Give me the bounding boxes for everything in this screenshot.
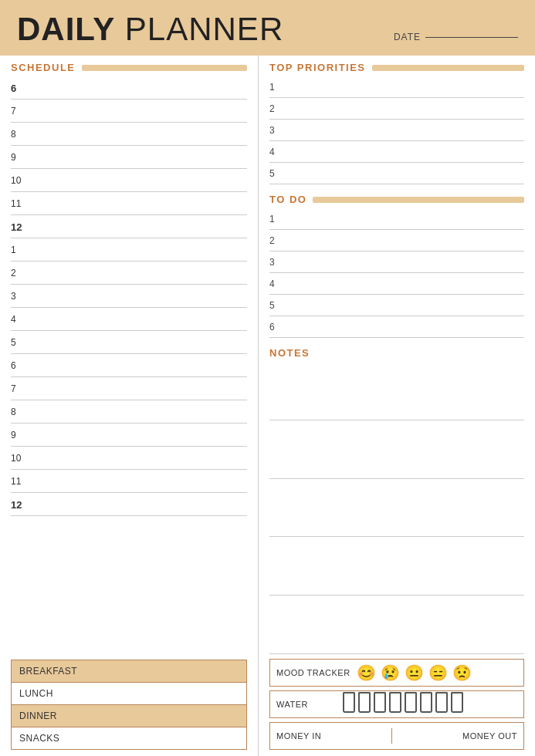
priority-item[interactable]: 1: [269, 76, 524, 98]
schedule-item[interactable]: 5: [11, 331, 247, 354]
schedule-item[interactable]: 11: [11, 470, 247, 493]
schedule-time: 10: [11, 175, 28, 186]
item-number: 1: [269, 214, 279, 224]
priorities-header: TOP PRIORITIES: [259, 56, 535, 76]
priority-item[interactable]: 5: [269, 163, 524, 184]
water-cup[interactable]: [343, 696, 355, 713]
water-cup[interactable]: [405, 696, 417, 713]
schedule-time: 8: [11, 129, 28, 140]
schedule-time: 7: [11, 106, 28, 116]
date-label: DATE: [394, 32, 421, 42]
notes-lines: [259, 362, 535, 654]
schedule-item[interactable]: 4: [11, 308, 247, 331]
schedule-item[interactable]: 2: [11, 262, 247, 285]
schedule-time: 8: [11, 407, 28, 417]
water-cup[interactable]: [389, 696, 401, 713]
meal-row[interactable]: DINNER: [12, 705, 246, 727]
schedule-time: 6: [11, 360, 28, 371]
meal-row[interactable]: SNACKS: [12, 727, 246, 749]
meal-row[interactable]: BREAKFAST: [12, 660, 246, 683]
schedule-item[interactable]: 6: [11, 354, 247, 377]
priorities-list: 12345: [259, 76, 535, 184]
mood-face-icon[interactable]: 😊: [357, 663, 376, 682]
schedule-item[interactable]: 1: [11, 238, 247, 262]
item-number: 6: [269, 322, 279, 332]
schedule-item[interactable]: 3: [11, 285, 247, 308]
notes-line[interactable]: [269, 362, 524, 420]
schedule-time: 2: [11, 268, 28, 278]
todo-item[interactable]: 5: [269, 295, 524, 316]
mood-face-icon[interactable]: 😑: [428, 663, 448, 682]
todo-item[interactable]: 1: [269, 208, 524, 230]
schedule-item[interactable]: 7: [11, 377, 247, 400]
schedule-time: 6: [11, 83, 28, 94]
schedule-time: 11: [11, 198, 28, 209]
mood-face-icon[interactable]: 😢: [381, 663, 400, 682]
priorities-label: TOP PRIORITIES: [269, 62, 366, 73]
schedule-time: 9: [11, 152, 28, 163]
water-cup[interactable]: [420, 696, 432, 713]
mood-face-icon[interactable]: 😟: [452, 663, 472, 682]
todo-bar: [313, 197, 524, 203]
todo-item[interactable]: 4: [269, 273, 524, 295]
schedule-item[interactable]: 6: [11, 76, 247, 100]
priorities-section: TOP PRIORITIES 12345: [259, 56, 535, 187]
date-field[interactable]: DATE: [394, 32, 518, 42]
item-number: 5: [269, 168, 279, 179]
water-cup[interactable]: [451, 696, 463, 713]
todo-label: TO DO: [269, 194, 306, 205]
priority-item[interactable]: 3: [269, 120, 524, 141]
todo-section: TO DO 123456: [259, 187, 535, 341]
item-number: 4: [269, 278, 279, 289]
schedule-item[interactable]: 10: [11, 169, 247, 192]
schedule-item[interactable]: 8: [11, 123, 247, 146]
todo-item[interactable]: 2: [269, 230, 524, 251]
item-number: 4: [269, 147, 279, 157]
water-tracker-row: WATER: [269, 690, 524, 718]
schedule-item[interactable]: 11: [11, 192, 247, 215]
schedule-item[interactable]: 9: [11, 424, 247, 447]
schedule-item[interactable]: 7: [11, 100, 247, 123]
notes-line[interactable]: [269, 537, 524, 596]
schedule-time: 3: [11, 291, 28, 302]
notes-label: NOTES: [259, 341, 535, 362]
header: DAILY PLANNER DATE: [0, 0, 535, 56]
daily-planner: DAILY PLANNER DATE SCHEDULE 678910111212…: [0, 0, 535, 756]
trackers-section: MOOD TRACKER 😊😢😐😑😟 WATER MONEY IN MONEY …: [259, 654, 535, 756]
money-divider: [391, 728, 393, 744]
notes-line[interactable]: [269, 479, 524, 538]
schedule-item[interactable]: 12: [11, 493, 247, 516]
page-title: DAILY PLANNER: [17, 11, 283, 48]
water-cup[interactable]: [374, 696, 386, 713]
meal-row[interactable]: LUNCH: [12, 683, 246, 705]
priority-item[interactable]: 2: [269, 98, 524, 120]
date-line: [425, 37, 518, 38]
notes-line[interactable]: [269, 596, 524, 654]
todo-item[interactable]: 3: [269, 251, 524, 273]
todo-list: 123456: [259, 208, 535, 338]
notes-line[interactable]: [269, 420, 524, 479]
schedule-item[interactable]: 9: [11, 146, 247, 169]
item-number: 1: [269, 82, 279, 93]
water-cup[interactable]: [358, 696, 371, 713]
schedule-item[interactable]: 8: [11, 400, 247, 424]
title-bold: DAILY: [17, 11, 115, 47]
water-cups: [343, 696, 463, 713]
schedule-item[interactable]: 10: [11, 447, 247, 470]
right-column: TOP PRIORITIES 12345 TO DO 123456 NOTES: [259, 56, 535, 756]
mood-face-icon[interactable]: 😐: [405, 663, 424, 682]
schedule-bar: [82, 65, 247, 71]
schedule-item[interactable]: 12: [11, 215, 247, 238]
money-row: MONEY IN MONEY OUT: [269, 722, 524, 750]
todo-item[interactable]: 6: [269, 316, 524, 338]
schedule-header: SCHEDULE: [0, 56, 258, 76]
schedule-time: 11: [11, 476, 28, 487]
item-number: 2: [269, 103, 279, 114]
todo-header: TO DO: [259, 187, 535, 208]
schedule-time: 10: [11, 453, 28, 464]
water-cup[interactable]: [435, 696, 448, 713]
priority-item[interactable]: 4: [269, 141, 524, 163]
item-number: 5: [269, 300, 279, 311]
main-content: SCHEDULE 6789101112123456789101112 BREAK…: [0, 56, 535, 756]
schedule-time: 1: [11, 245, 28, 255]
